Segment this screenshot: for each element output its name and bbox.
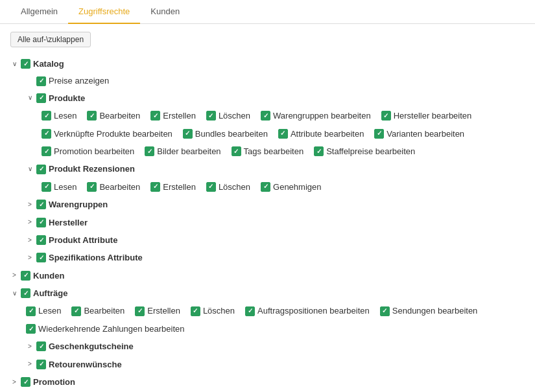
lbl-verknuepfte: Verknüpfte Produkte bearbeiten bbox=[54, 126, 172, 141]
chevron-hersteller[interactable] bbox=[26, 218, 34, 226]
tree-item-kunden: Kunden bbox=[10, 267, 525, 284]
cb-promotion-bearb[interactable] bbox=[42, 146, 51, 156]
chevron-auftraege[interactable] bbox=[10, 290, 18, 297]
lbl-auft-erstellen: Erstellen bbox=[147, 303, 180, 318]
cb-tags[interactable] bbox=[232, 146, 241, 156]
lbl-rez-genehmigen: Genehmigen bbox=[273, 179, 321, 194]
cb-auft-loeschen[interactable] bbox=[191, 306, 200, 316]
lbl-sendungen: Sendungen bearbeiten bbox=[392, 303, 478, 318]
cb-rez-erstellen[interactable] bbox=[150, 182, 160, 192]
cb-auftragspositionen[interactable] bbox=[245, 306, 255, 316]
chevron-warengruppen[interactable] bbox=[26, 201, 34, 209]
checkbox-kunden[interactable] bbox=[21, 271, 30, 281]
tab-allgemein[interactable]: Allgemein bbox=[10, 0, 68, 24]
perm-auft-erstellen: Erstellen bbox=[135, 303, 180, 318]
lbl-bilder: Bilder bearbeiten bbox=[157, 144, 220, 159]
auftraege-children: Lesen Bearbeiten Erstellen Löschen Auftr… bbox=[10, 302, 525, 373]
cb-bearbeiten[interactable] bbox=[87, 111, 97, 121]
main-container: Allgemein Zugriffsrechte Kunden Alle auf… bbox=[0, 0, 535, 392]
perm-tags: Tags bearbeiten bbox=[232, 144, 304, 159]
lbl-attribute-bearbeiten: Attribute bearbeiten bbox=[291, 126, 364, 141]
cb-rez-loeschen[interactable] bbox=[206, 182, 216, 192]
perm-varianten: Varianten bearbeiten bbox=[374, 126, 464, 141]
cb-rez-bearbeiten[interactable] bbox=[87, 182, 97, 192]
lbl-rez-loeschen: Löschen bbox=[219, 179, 250, 194]
checkbox-hersteller[interactable] bbox=[36, 218, 46, 227]
lbl-bearbeiten: Bearbeiten bbox=[99, 108, 140, 123]
cb-bundles[interactable] bbox=[183, 129, 193, 139]
tree-item-katalog: Katalog bbox=[10, 55, 525, 73]
lbl-erstellen: Erstellen bbox=[163, 108, 196, 123]
perm-promotion-bearb: Promotion bearbeiten bbox=[42, 144, 134, 159]
lbl-bundles: Bundles bearbeiten bbox=[195, 126, 268, 141]
label-preise: Preise anzeigen bbox=[49, 73, 109, 88]
checkbox-produkte[interactable] bbox=[36, 93, 46, 103]
label-rezensionen: Produkt Rezensionen bbox=[49, 161, 135, 176]
tree: Katalog Preise anzeigen Produkte bbox=[0, 55, 535, 392]
perm-bundles: Bundles bearbeiten bbox=[183, 126, 268, 141]
tree-item-spezifikations-attribute: Spezifikations Attribute bbox=[26, 249, 525, 266]
tree-item-preise: Preise anzeigen bbox=[26, 73, 525, 89]
cb-auft-erstellen[interactable] bbox=[135, 306, 145, 316]
cb-rez-genehmigen[interactable] bbox=[261, 182, 270, 192]
cb-sendungen[interactable] bbox=[380, 306, 390, 316]
checkbox-spezifikations-attribute[interactable] bbox=[36, 253, 46, 262]
checkbox-produkt-attribute[interactable] bbox=[36, 235, 46, 245]
label-geschenkgutscheine: Geschenkgutscheine bbox=[49, 339, 134, 354]
cb-varianten[interactable] bbox=[374, 129, 384, 139]
cb-lesen[interactable] bbox=[42, 111, 51, 121]
cb-loeschen[interactable] bbox=[206, 111, 216, 121]
lbl-staffelpreise: Staffelpreise bearbeiten bbox=[326, 144, 415, 159]
checkbox-rezensionen[interactable] bbox=[36, 165, 46, 174]
label-kunden: Kunden bbox=[33, 268, 64, 283]
checkbox-auftraege[interactable] bbox=[21, 288, 30, 298]
checkbox-katalog[interactable] bbox=[21, 59, 30, 69]
lbl-auft-loeschen: Löschen bbox=[203, 303, 235, 318]
chevron-geschenkgutscheine[interactable] bbox=[26, 343, 34, 351]
checkbox-geschenkgutscheine[interactable] bbox=[36, 341, 46, 351]
produkte-perms-row1: Lesen Bearbeiten Erstellen Löschen bbox=[42, 107, 525, 124]
perm-sendungen: Sendungen bearbeiten bbox=[380, 303, 478, 318]
chevron-produkt-attribute[interactable] bbox=[26, 236, 34, 244]
perm-bearbeiten: Bearbeiten bbox=[87, 108, 140, 123]
perm-loeschen: Löschen bbox=[206, 108, 250, 123]
perm-auftragspositionen: Auftragspositionen bearbeiten bbox=[245, 303, 370, 318]
cb-auft-bearbeiten[interactable] bbox=[71, 306, 81, 316]
cb-auft-lesen[interactable] bbox=[26, 306, 36, 316]
tab-kunden[interactable]: Kunden bbox=[140, 0, 190, 24]
cb-warengruppen-bearbeiten[interactable] bbox=[261, 111, 270, 121]
lbl-rez-bearbeiten: Bearbeiten bbox=[99, 179, 140, 194]
cb-attribute-bearbeiten[interactable] bbox=[278, 129, 288, 139]
collapse-button[interactable]: Alle auf-\zuklappen bbox=[10, 32, 91, 47]
perm-rez-loeschen: Löschen bbox=[206, 179, 250, 194]
lbl-rez-erstellen: Erstellen bbox=[163, 179, 196, 194]
cb-bilder[interactable] bbox=[145, 146, 154, 156]
chevron-kunden[interactable] bbox=[10, 271, 18, 279]
chevron-rezensionen[interactable] bbox=[26, 165, 34, 173]
checkbox-retourenwuensche[interactable] bbox=[36, 360, 46, 369]
label-produkt-attribute: Produkt Attribute bbox=[49, 233, 117, 248]
cb-verknuepfte[interactable] bbox=[42, 129, 51, 139]
cb-rez-lesen[interactable] bbox=[42, 182, 51, 192]
checkbox-warengruppen[interactable] bbox=[36, 200, 46, 209]
chevron-spezifikations-attribute[interactable] bbox=[26, 254, 34, 262]
cb-wiederkehrende[interactable] bbox=[26, 324, 36, 334]
chevron-produkte[interactable] bbox=[26, 94, 34, 102]
tab-zugriffsrechte[interactable]: Zugriffsrechte bbox=[68, 0, 140, 24]
chevron-promotion[interactable] bbox=[10, 378, 18, 386]
lbl-wiederkehrende: Wiederkehrende Zahlungen bearbeiten bbox=[38, 321, 185, 336]
checkbox-preise[interactable] bbox=[36, 76, 46, 86]
produkte-children: Lesen Bearbeiten Erstellen Löschen bbox=[26, 107, 525, 160]
label-hersteller: Hersteller bbox=[49, 215, 88, 230]
lbl-loeschen: Löschen bbox=[219, 108, 250, 123]
tree-item-auftraege: Aufträge bbox=[10, 284, 525, 302]
perm-warengruppen-bearbeiten: Warengruppen bearbeiten bbox=[261, 108, 371, 123]
lbl-varianten: Varianten bearbeiten bbox=[386, 126, 464, 141]
rezensionen-perms: Lesen Bearbeiten Erstellen Löschen bbox=[42, 178, 525, 196]
chevron-retourenwuensche[interactable] bbox=[26, 360, 34, 368]
chevron-katalog[interactable] bbox=[10, 60, 18, 68]
cb-staffelpreise[interactable] bbox=[314, 146, 324, 156]
cb-erstellen[interactable] bbox=[150, 111, 160, 121]
checkbox-promotion[interactable] bbox=[21, 377, 30, 387]
cb-hersteller-bearbeiten[interactable] bbox=[381, 111, 391, 121]
